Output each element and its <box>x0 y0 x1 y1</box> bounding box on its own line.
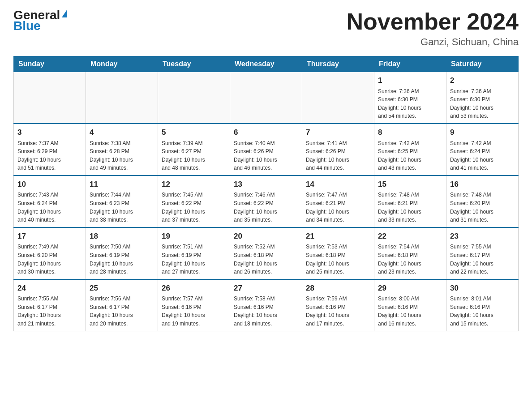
day-info: Sunrise: 7:38 AM Sunset: 6:28 PM Dayligh… <box>90 139 154 172</box>
day-number: 18 <box>90 231 154 242</box>
day-number: 8 <box>378 127 442 138</box>
calendar-week-row: 10Sunrise: 7:43 AM Sunset: 6:24 PM Dayli… <box>14 176 519 227</box>
day-number: 3 <box>17 127 82 138</box>
calendar-day-cell <box>86 72 158 124</box>
day-info: Sunrise: 7:44 AM Sunset: 6:23 PM Dayligh… <box>90 191 154 224</box>
calendar-day-cell: 7Sunrise: 7:41 AM Sunset: 6:26 PM Daylig… <box>302 124 374 176</box>
calendar-day-cell: 10Sunrise: 7:43 AM Sunset: 6:24 PM Dayli… <box>14 176 86 227</box>
calendar-day-cell: 28Sunrise: 7:59 AM Sunset: 6:16 PM Dayli… <box>302 279 374 331</box>
month-title: November 2024 <box>347 9 519 34</box>
day-number: 23 <box>450 231 515 242</box>
day-info: Sunrise: 7:48 AM Sunset: 6:20 PM Dayligh… <box>450 191 515 224</box>
day-number: 27 <box>234 283 298 294</box>
calendar-week-row: 24Sunrise: 7:55 AM Sunset: 6:17 PM Dayli… <box>14 279 519 331</box>
header-thursday: Thursday <box>302 56 374 72</box>
calendar-day-cell: 8Sunrise: 7:42 AM Sunset: 6:25 PM Daylig… <box>374 124 446 176</box>
day-number: 7 <box>306 127 370 138</box>
day-number: 12 <box>162 179 226 190</box>
calendar-day-cell: 23Sunrise: 7:55 AM Sunset: 6:17 PM Dayli… <box>446 227 519 279</box>
calendar-day-cell: 4Sunrise: 7:38 AM Sunset: 6:28 PM Daylig… <box>86 124 158 176</box>
day-number: 6 <box>234 127 298 138</box>
day-info: Sunrise: 7:49 AM Sunset: 6:20 PM Dayligh… <box>17 243 82 276</box>
day-info: Sunrise: 7:53 AM Sunset: 6:18 PM Dayligh… <box>306 243 370 276</box>
calendar-day-cell: 13Sunrise: 7:46 AM Sunset: 6:22 PM Dayli… <box>230 176 302 227</box>
day-info: Sunrise: 7:42 AM Sunset: 6:24 PM Dayligh… <box>450 139 515 172</box>
day-info: Sunrise: 7:50 AM Sunset: 6:19 PM Dayligh… <box>90 243 154 276</box>
day-number: 10 <box>17 179 82 190</box>
logo-blue-text: Blue <box>13 20 41 32</box>
calendar-day-cell: 1Sunrise: 7:36 AM Sunset: 6:30 PM Daylig… <box>374 72 446 124</box>
day-number: 29 <box>378 283 442 294</box>
calendar-day-cell: 24Sunrise: 7:55 AM Sunset: 6:17 PM Dayli… <box>14 279 86 331</box>
day-number: 17 <box>17 231 82 242</box>
page-header: General Blue November 2024 Ganzi, Sichua… <box>13 9 519 48</box>
calendar-day-cell <box>14 72 86 124</box>
day-number: 11 <box>90 179 154 190</box>
calendar-day-cell: 3Sunrise: 7:37 AM Sunset: 6:29 PM Daylig… <box>14 124 86 176</box>
calendar-day-cell: 22Sunrise: 7:54 AM Sunset: 6:18 PM Dayli… <box>374 227 446 279</box>
day-info: Sunrise: 7:43 AM Sunset: 6:24 PM Dayligh… <box>17 191 82 224</box>
calendar-day-cell <box>302 72 374 124</box>
day-number: 28 <box>306 283 370 294</box>
calendar-day-cell: 5Sunrise: 7:39 AM Sunset: 6:27 PM Daylig… <box>158 124 230 176</box>
day-number: 20 <box>234 231 298 242</box>
calendar-day-cell: 15Sunrise: 7:48 AM Sunset: 6:21 PM Dayli… <box>374 176 446 227</box>
day-number: 14 <box>306 179 370 190</box>
calendar-day-cell: 27Sunrise: 7:58 AM Sunset: 6:16 PM Dayli… <box>230 279 302 331</box>
header-monday: Monday <box>86 56 158 72</box>
day-number: 4 <box>90 127 154 138</box>
day-info: Sunrise: 7:51 AM Sunset: 6:19 PM Dayligh… <box>162 243 226 276</box>
calendar-day-cell: 26Sunrise: 7:57 AM Sunset: 6:16 PM Dayli… <box>158 279 230 331</box>
day-number: 1 <box>378 75 442 86</box>
calendar-day-cell: 9Sunrise: 7:42 AM Sunset: 6:24 PM Daylig… <box>446 124 519 176</box>
day-number: 15 <box>378 179 442 190</box>
calendar-day-cell <box>230 72 302 124</box>
day-number: 24 <box>17 283 82 294</box>
day-number: 19 <box>162 231 226 242</box>
day-info: Sunrise: 7:37 AM Sunset: 6:29 PM Dayligh… <box>17 139 82 172</box>
day-info: Sunrise: 7:42 AM Sunset: 6:25 PM Dayligh… <box>378 139 442 172</box>
logo: General Blue <box>13 9 67 32</box>
day-info: Sunrise: 7:52 AM Sunset: 6:18 PM Dayligh… <box>234 243 298 276</box>
calendar-day-cell: 6Sunrise: 7:40 AM Sunset: 6:26 PM Daylig… <box>230 124 302 176</box>
title-area: November 2024 Ganzi, Sichuan, China <box>347 9 519 48</box>
day-info: Sunrise: 7:47 AM Sunset: 6:21 PM Dayligh… <box>306 191 370 224</box>
day-number: 16 <box>450 179 515 190</box>
day-number: 5 <box>162 127 226 138</box>
day-info: Sunrise: 7:55 AM Sunset: 6:17 PM Dayligh… <box>17 295 82 328</box>
calendar-day-cell <box>158 72 230 124</box>
location-title: Ganzi, Sichuan, China <box>347 36 519 48</box>
day-number: 30 <box>450 283 515 294</box>
day-number: 13 <box>234 179 298 190</box>
calendar-week-row: 17Sunrise: 7:49 AM Sunset: 6:20 PM Dayli… <box>14 227 519 279</box>
logo-triangle-icon <box>62 9 67 17</box>
calendar-week-row: 1Sunrise: 7:36 AM Sunset: 6:30 PM Daylig… <box>14 72 519 124</box>
day-info: Sunrise: 7:59 AM Sunset: 6:16 PM Dayligh… <box>306 295 370 328</box>
calendar-day-cell: 30Sunrise: 8:01 AM Sunset: 6:16 PM Dayli… <box>446 279 519 331</box>
header-wednesday: Wednesday <box>230 56 302 72</box>
day-info: Sunrise: 7:36 AM Sunset: 6:30 PM Dayligh… <box>450 87 515 120</box>
day-info: Sunrise: 7:56 AM Sunset: 6:17 PM Dayligh… <box>90 295 154 328</box>
day-info: Sunrise: 7:48 AM Sunset: 6:21 PM Dayligh… <box>378 191 442 224</box>
weekday-header-row: Sunday Monday Tuesday Wednesday Thursday… <box>14 56 519 72</box>
day-info: Sunrise: 7:46 AM Sunset: 6:22 PM Dayligh… <box>234 191 298 224</box>
day-number: 26 <box>162 283 226 294</box>
day-number: 9 <box>450 127 515 138</box>
day-info: Sunrise: 7:54 AM Sunset: 6:18 PM Dayligh… <box>378 243 442 276</box>
day-info: Sunrise: 7:40 AM Sunset: 6:26 PM Dayligh… <box>234 139 298 172</box>
day-number: 21 <box>306 231 370 242</box>
day-info: Sunrise: 7:41 AM Sunset: 6:26 PM Dayligh… <box>306 139 370 172</box>
calendar-day-cell: 14Sunrise: 7:47 AM Sunset: 6:21 PM Dayli… <box>302 176 374 227</box>
calendar-day-cell: 21Sunrise: 7:53 AM Sunset: 6:18 PM Dayli… <box>302 227 374 279</box>
calendar-table: Sunday Monday Tuesday Wednesday Thursday… <box>13 56 519 331</box>
day-info: Sunrise: 8:01 AM Sunset: 6:16 PM Dayligh… <box>450 295 515 328</box>
day-number: 2 <box>450 75 515 86</box>
day-info: Sunrise: 7:45 AM Sunset: 6:22 PM Dayligh… <box>162 191 226 224</box>
header-tuesday: Tuesday <box>158 56 230 72</box>
header-friday: Friday <box>374 56 446 72</box>
calendar-day-cell: 11Sunrise: 7:44 AM Sunset: 6:23 PM Dayli… <box>86 176 158 227</box>
calendar-day-cell: 20Sunrise: 7:52 AM Sunset: 6:18 PM Dayli… <box>230 227 302 279</box>
header-saturday: Saturday <box>446 56 519 72</box>
calendar-week-row: 3Sunrise: 7:37 AM Sunset: 6:29 PM Daylig… <box>14 124 519 176</box>
calendar-day-cell: 25Sunrise: 7:56 AM Sunset: 6:17 PM Dayli… <box>86 279 158 331</box>
